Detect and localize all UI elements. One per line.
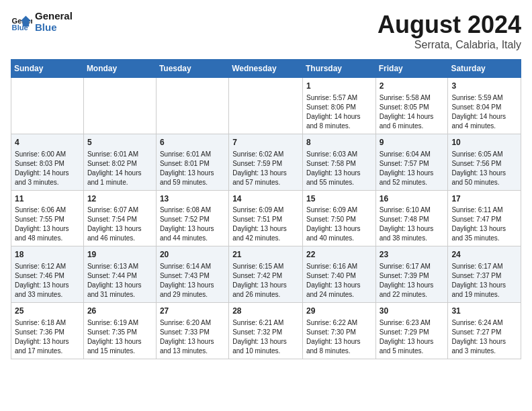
calendar-cell <box>156 78 228 134</box>
day-info: Sunrise: 6:13 AM Sunset: 7:44 PM Dayligh… <box>87 262 152 300</box>
day-info: Sunrise: 6:05 AM Sunset: 7:56 PM Dayligh… <box>451 150 517 187</box>
day-number: 29 <box>306 306 372 317</box>
calendar-cell: 19Sunrise: 6:13 AM Sunset: 7:44 PM Dayli… <box>83 246 156 303</box>
calendar-cell: 15Sunrise: 6:09 AM Sunset: 7:50 PM Dayli… <box>302 190 375 246</box>
day-info: Sunrise: 6:04 AM Sunset: 7:57 PM Dayligh… <box>380 150 445 187</box>
calendar-cell: 30Sunrise: 6:23 AM Sunset: 7:29 PM Dayli… <box>375 303 448 359</box>
page-header: General Blue General Blue August 2024 Se… <box>11 11 521 51</box>
calendar-cell: 29Sunrise: 6:22 AM Sunset: 7:30 PM Dayli… <box>302 303 375 359</box>
day-info: Sunrise: 6:21 AM Sunset: 7:32 PM Dayligh… <box>232 318 299 356</box>
day-info: Sunrise: 6:01 AM Sunset: 8:02 PM Dayligh… <box>87 150 152 187</box>
day-number: 6 <box>160 137 225 148</box>
day-number: 3 <box>451 81 517 92</box>
calendar-cell: 20Sunrise: 6:14 AM Sunset: 7:43 PM Dayli… <box>156 246 228 303</box>
day-number: 2 <box>380 81 445 92</box>
weekday-header-monday: Monday <box>83 60 156 78</box>
day-number: 10 <box>451 137 517 148</box>
day-number: 9 <box>380 137 445 148</box>
calendar-cell: 1Sunrise: 5:57 AM Sunset: 8:06 PM Daylig… <box>302 78 375 134</box>
calendar-cell: 25Sunrise: 6:18 AM Sunset: 7:36 PM Dayli… <box>11 303 84 359</box>
day-number: 16 <box>380 193 445 205</box>
day-info: Sunrise: 6:17 AM Sunset: 7:37 PM Dayligh… <box>451 262 517 300</box>
day-info: Sunrise: 6:18 AM Sunset: 7:36 PM Dayligh… <box>15 318 80 356</box>
day-number: 31 <box>451 306 517 317</box>
weekday-header-sunday: Sunday <box>11 60 84 78</box>
day-number: 24 <box>451 249 517 261</box>
day-number: 11 <box>15 193 80 205</box>
day-number: 22 <box>306 249 372 261</box>
day-number: 30 <box>380 306 445 317</box>
day-number: 25 <box>15 306 80 317</box>
day-info: Sunrise: 6:01 AM Sunset: 8:01 PM Dayligh… <box>160 150 225 187</box>
day-number: 12 <box>87 193 152 205</box>
day-info: Sunrise: 6:07 AM Sunset: 7:54 PM Dayligh… <box>87 205 152 243</box>
logo-line1: General <box>35 11 73 22</box>
day-info: Sunrise: 6:11 AM Sunset: 7:47 PM Dayligh… <box>451 205 517 243</box>
day-number: 26 <box>87 306 152 317</box>
day-number: 4 <box>15 137 80 148</box>
day-number: 19 <box>87 249 152 261</box>
logo: General Blue General Blue <box>11 11 73 33</box>
calendar-cell: 18Sunrise: 6:12 AM Sunset: 7:46 PM Dayli… <box>11 246 84 303</box>
calendar-cell: 22Sunrise: 6:16 AM Sunset: 7:40 PM Dayli… <box>302 246 375 303</box>
day-info: Sunrise: 6:12 AM Sunset: 7:46 PM Dayligh… <box>15 262 80 300</box>
day-info: Sunrise: 6:02 AM Sunset: 7:59 PM Dayligh… <box>232 150 299 187</box>
calendar-cell: 6Sunrise: 6:01 AM Sunset: 8:01 PM Daylig… <box>156 134 228 190</box>
day-info: Sunrise: 6:15 AM Sunset: 7:42 PM Dayligh… <box>232 262 299 300</box>
day-number: 5 <box>87 137 152 148</box>
calendar-cell: 8Sunrise: 6:03 AM Sunset: 7:58 PM Daylig… <box>302 134 375 190</box>
calendar-cell <box>11 78 84 134</box>
calendar-cell: 14Sunrise: 6:09 AM Sunset: 7:51 PM Dayli… <box>229 190 303 246</box>
calendar-cell: 31Sunrise: 6:24 AM Sunset: 7:27 PM Dayli… <box>448 303 521 359</box>
day-info: Sunrise: 5:57 AM Sunset: 8:06 PM Dayligh… <box>306 93 372 131</box>
logo-line2: Blue <box>35 22 73 34</box>
calendar-cell: 11Sunrise: 6:06 AM Sunset: 7:55 PM Dayli… <box>11 190 84 246</box>
calendar-cell: 4Sunrise: 6:00 AM Sunset: 8:03 PM Daylig… <box>11 134 84 190</box>
calendar-cell: 12Sunrise: 6:07 AM Sunset: 7:54 PM Dayli… <box>83 190 156 246</box>
day-number: 21 <box>232 249 299 261</box>
day-info: Sunrise: 5:58 AM Sunset: 8:05 PM Dayligh… <box>380 93 445 131</box>
calendar-cell: 27Sunrise: 6:20 AM Sunset: 7:33 PM Dayli… <box>156 303 228 359</box>
calendar-cell <box>229 78 303 134</box>
calendar-cell: 10Sunrise: 6:05 AM Sunset: 7:56 PM Dayli… <box>448 134 521 190</box>
day-info: Sunrise: 6:14 AM Sunset: 7:43 PM Dayligh… <box>160 262 225 300</box>
calendar-cell: 2Sunrise: 5:58 AM Sunset: 8:05 PM Daylig… <box>375 78 448 134</box>
day-info: Sunrise: 6:08 AM Sunset: 7:52 PM Dayligh… <box>160 205 225 243</box>
day-number: 23 <box>380 249 445 261</box>
weekday-header-tuesday: Tuesday <box>156 60 228 78</box>
calendar-cell: 21Sunrise: 6:15 AM Sunset: 7:42 PM Dayli… <box>229 246 303 303</box>
calendar-cell: 28Sunrise: 6:21 AM Sunset: 7:32 PM Dayli… <box>229 303 303 359</box>
day-info: Sunrise: 6:23 AM Sunset: 7:29 PM Dayligh… <box>380 318 445 356</box>
day-info: Sunrise: 6:00 AM Sunset: 8:03 PM Dayligh… <box>15 150 80 187</box>
day-info: Sunrise: 6:24 AM Sunset: 7:27 PM Dayligh… <box>451 318 517 356</box>
calendar-cell: 7Sunrise: 6:02 AM Sunset: 7:59 PM Daylig… <box>229 134 303 190</box>
day-number: 27 <box>160 306 225 317</box>
calendar-cell: 17Sunrise: 6:11 AM Sunset: 7:47 PM Dayli… <box>448 190 521 246</box>
day-info: Sunrise: 6:22 AM Sunset: 7:30 PM Dayligh… <box>306 318 372 356</box>
day-number: 17 <box>451 193 517 205</box>
month-year: August 2024 <box>378 11 521 39</box>
calendar-cell: 9Sunrise: 6:04 AM Sunset: 7:57 PM Daylig… <box>375 134 448 190</box>
day-info: Sunrise: 6:17 AM Sunset: 7:39 PM Dayligh… <box>380 262 445 300</box>
weekday-header-wednesday: Wednesday <box>229 60 303 78</box>
weekday-header-friday: Friday <box>375 60 448 78</box>
calendar-cell: 13Sunrise: 6:08 AM Sunset: 7:52 PM Dayli… <box>156 190 228 246</box>
calendar-table: SundayMondayTuesdayWednesdayThursdayFrid… <box>11 59 521 359</box>
day-number: 28 <box>232 306 299 317</box>
day-number: 15 <box>306 193 372 205</box>
calendar-cell: 3Sunrise: 5:59 AM Sunset: 8:04 PM Daylig… <box>448 78 521 134</box>
day-info: Sunrise: 6:20 AM Sunset: 7:33 PM Dayligh… <box>160 318 225 356</box>
day-info: Sunrise: 6:09 AM Sunset: 7:50 PM Dayligh… <box>306 205 372 243</box>
day-number: 13 <box>160 193 225 205</box>
day-number: 18 <box>15 249 80 261</box>
day-info: Sunrise: 6:03 AM Sunset: 7:58 PM Dayligh… <box>306 150 372 187</box>
day-info: Sunrise: 6:10 AM Sunset: 7:48 PM Dayligh… <box>380 205 445 243</box>
day-info: Sunrise: 5:59 AM Sunset: 8:04 PM Dayligh… <box>451 93 517 131</box>
day-info: Sunrise: 6:09 AM Sunset: 7:51 PM Dayligh… <box>232 205 299 243</box>
calendar-cell: 26Sunrise: 6:19 AM Sunset: 7:35 PM Dayli… <box>83 303 156 359</box>
title-block: August 2024 Serrata, Calabria, Italy <box>378 11 521 51</box>
day-number: 7 <box>232 137 299 148</box>
location: Serrata, Calabria, Italy <box>378 39 521 51</box>
day-info: Sunrise: 6:16 AM Sunset: 7:40 PM Dayligh… <box>306 262 372 300</box>
day-number: 1 <box>306 81 372 92</box>
